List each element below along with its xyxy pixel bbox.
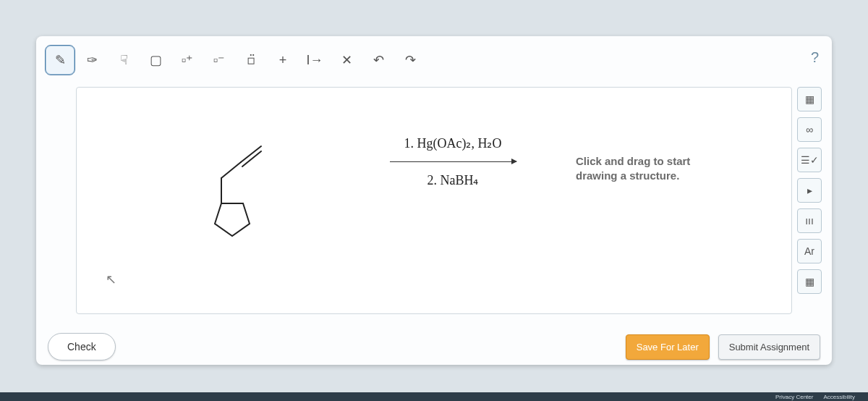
argon-icon: Ar — [804, 245, 814, 257]
editor-panel: ✎ ✑ ☟ ▢ ▫⁺ ▫⁻ ▫̈ + I→ ✕ ↶ ↷ ? ▦ ∞ ☰✓ ▸ ı… — [36, 36, 832, 365]
right-tool-grid[interactable]: ▦ — [797, 87, 822, 111]
lasso-icon: ✑ — [87, 54, 98, 67]
footer-accessibility-link[interactable]: Accessibility — [823, 394, 855, 400]
svg-line-2 — [221, 162, 241, 178]
infinity-icon: ∞ — [806, 124, 813, 135]
check-button[interactable]: Check — [48, 333, 116, 360]
save-for-later-button[interactable]: Save For Later — [626, 334, 710, 360]
play-icon: ▸ — [807, 185, 812, 196]
redo-icon: ↷ — [405, 54, 416, 67]
right-toolbar: ▦ ∞ ☰✓ ▸ ııı Ar ▦ — [797, 87, 822, 294]
bottom-bar: Check Save For Later Submit Assignment — [36, 329, 832, 365]
cursor-indicator: ↖ — [106, 271, 116, 287]
svg-marker-0 — [215, 203, 250, 236]
reagent-line-2: 2. NaBH₄ — [380, 172, 525, 188]
lone-pair-icon: ▫̈ — [247, 54, 255, 67]
footer-privacy-link[interactable]: Privacy Center — [775, 394, 813, 400]
tool-clear[interactable]: ✕ — [331, 45, 362, 75]
starting-material — [189, 135, 276, 250]
tool-lone-pair[interactable]: ▫̈ — [236, 45, 266, 75]
tool-lasso[interactable]: ✑ — [77, 45, 107, 75]
reaction-conditions: 1. Hg(OAc)₂, H₂O 2. NaBH₄ — [380, 131, 525, 193]
hand-icon: ☟ — [120, 54, 128, 67]
tool-text-arrow[interactable]: I→ — [299, 45, 330, 75]
tool-charge-minus[interactable]: ▫⁻ — [204, 45, 234, 75]
grid-icon: ▦ — [805, 93, 814, 105]
help-button[interactable]: ? — [811, 49, 819, 66]
marquee-icon: ▢ — [150, 54, 162, 67]
charge-plus-icon: ▫⁺ — [182, 54, 193, 67]
tool-charge-plus[interactable]: ▫⁺ — [172, 45, 203, 75]
draw-placeholder-hint: Click and drag to startdrawing a structu… — [576, 154, 690, 184]
footer-strip: Privacy Center Accessibility — [0, 392, 868, 401]
reaction-arrow — [390, 161, 516, 162]
tally-icon: ııı — [805, 215, 814, 227]
tool-hand[interactable]: ☟ — [109, 45, 139, 75]
tool-pencil[interactable]: ✎ — [45, 45, 75, 75]
text-arrow-icon: I→ — [306, 54, 323, 67]
charge-minus-icon: ▫⁻ — [213, 54, 225, 67]
tool-marquee[interactable]: ▢ — [140, 45, 171, 75]
right-tool-play[interactable]: ▸ — [797, 178, 822, 203]
tool-undo[interactable]: ↶ — [363, 45, 393, 75]
tool-redo[interactable]: ↷ — [395, 45, 425, 75]
periodic-icon: ▦ — [805, 276, 814, 287]
right-tool-periodic[interactable]: ▦ — [797, 269, 822, 294]
right-tool-tally[interactable]: ııı — [797, 208, 822, 233]
undo-icon: ↶ — [373, 54, 384, 67]
clear-icon: ✕ — [341, 54, 352, 67]
right-tool-checklist[interactable]: ☰✓ — [797, 148, 822, 172]
tool-plus[interactable]: + — [268, 45, 298, 75]
reagent-line-1: 1. Hg(OAc)₂, H₂O — [380, 135, 525, 151]
right-tool-argon[interactable]: Ar — [797, 239, 822, 263]
submit-assignment-button[interactable]: Submit Assignment — [718, 334, 820, 360]
plus-icon: + — [279, 54, 287, 67]
drawing-canvas[interactable]: 1. Hg(OAc)₂, H₂O 2. NaBH₄ Click and drag… — [76, 87, 792, 314]
right-actions: Save For Later Submit Assignment — [626, 334, 820, 360]
checklist-icon: ☰✓ — [801, 154, 819, 166]
pencil-icon: ✎ — [55, 54, 66, 67]
right-tool-infinity[interactable]: ∞ — [797, 117, 822, 142]
top-toolbar: ✎ ✑ ☟ ▢ ▫⁺ ▫⁻ ▫̈ + I→ ✕ ↶ ↷ — [45, 45, 425, 75]
